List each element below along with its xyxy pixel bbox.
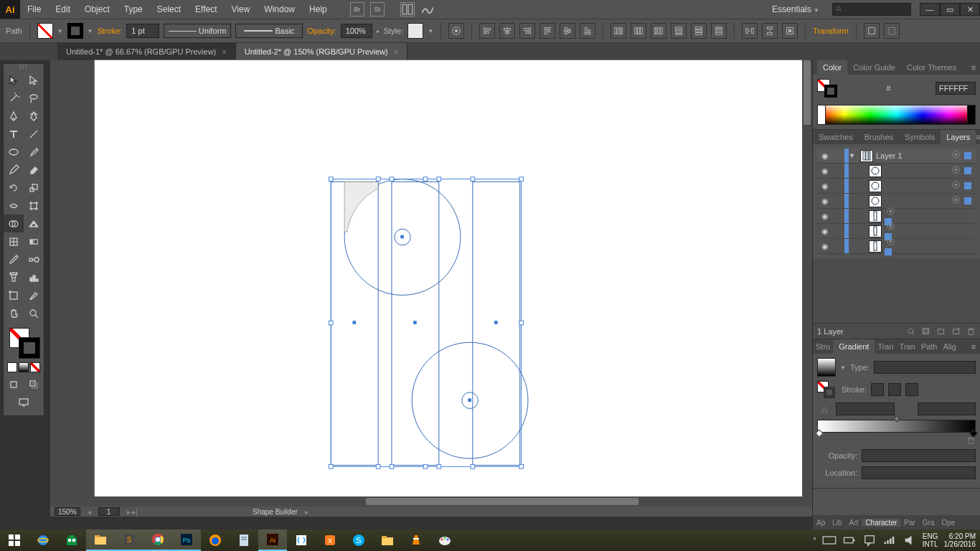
taskbar-paint[interactable] — [430, 529, 459, 551]
draw-behind-mode[interactable] — [24, 375, 44, 393]
target-icon[interactable] — [951, 195, 963, 207]
swatches-tab[interactable]: Swatches — [813, 130, 859, 144]
recolor-icon[interactable] — [448, 23, 464, 39]
delete-layer-icon[interactable] — [966, 326, 976, 336]
magic-wand-tool[interactable] — [4, 89, 24, 107]
document-tab-1[interactable]: Untitled-1* @ 66.67% (RGB/GPU Preview)× — [57, 43, 236, 60]
hex-field[interactable]: FFFFFF — [936, 82, 976, 95]
panel-grip[interactable] — [19, 64, 28, 70]
stroke-grad-mode3[interactable] — [905, 383, 918, 396]
taskbar-ie[interactable] — [29, 529, 57, 551]
action-center-icon[interactable] — [862, 533, 877, 547]
search-field[interactable] — [832, 3, 911, 16]
target-icon[interactable] — [886, 237, 897, 248]
target-icon[interactable] — [951, 150, 963, 161]
bridge-icon[interactable]: Br — [350, 2, 364, 17]
align-right-icon[interactable] — [519, 23, 535, 39]
layer-row[interactable]: ◉ — [817, 239, 976, 254]
taskbar-explorer[interactable] — [86, 529, 115, 551]
artboard-tool[interactable] — [4, 286, 24, 304]
pathfinder-tab[interactable]: Path — [918, 339, 941, 354]
color-tab[interactable]: Color — [817, 60, 847, 75]
taskbar-vlc[interactable] — [402, 529, 430, 551]
hand-tool[interactable] — [4, 304, 24, 322]
visibility-icon[interactable]: ◉ — [817, 212, 833, 221]
gradient-location-field[interactable] — [862, 466, 976, 479]
symbol-sprayer-tool[interactable] — [4, 268, 24, 286]
direct-selection-tool[interactable] — [24, 71, 44, 89]
width-tool[interactable] — [4, 197, 24, 215]
layer-row-parent[interactable]: ◉ ▼ Layer 1 — [817, 149, 976, 164]
color-themes-tab[interactable]: Color Themes — [901, 60, 962, 75]
gpu-icon[interactable] — [420, 2, 435, 17]
menu-file[interactable]: File — [20, 4, 48, 14]
paragraph-tab[interactable]: Par — [900, 519, 919, 527]
menu-window[interactable]: Window — [257, 4, 302, 14]
fill-stroke-control[interactable] — [4, 325, 44, 359]
zoom-tool[interactable] — [24, 304, 44, 322]
stock-icon[interactable]: St — [370, 2, 385, 17]
free-transform-tool[interactable] — [24, 197, 44, 215]
taskbar-xampp[interactable]: X — [316, 529, 344, 551]
selection-indicator[interactable] — [964, 167, 971, 174]
slice-tool[interactable] — [24, 286, 44, 304]
graphicstyles-tab[interactable]: Gra — [919, 519, 938, 527]
mesh-tool[interactable] — [4, 232, 24, 250]
new-sublayer-icon[interactable] — [936, 326, 946, 336]
gradient-mode-icon[interactable] — [19, 362, 29, 372]
selection-indicator[interactable] — [964, 182, 971, 189]
target-icon[interactable] — [951, 165, 963, 176]
stroke-grad-mode1[interactable] — [871, 383, 884, 396]
taskbar-notepad[interactable] — [230, 529, 258, 551]
none-mode-icon[interactable] — [30, 362, 40, 372]
type-tool[interactable] — [4, 125, 24, 143]
taskbar-chrome[interactable] — [143, 529, 172, 551]
visibility-icon[interactable]: ◉ — [817, 182, 833, 191]
layers-tab[interactable]: Layers — [941, 130, 976, 144]
color-spectrum[interactable] — [817, 105, 976, 125]
distribute-vspacing-icon[interactable] — [762, 23, 778, 39]
blend-tool[interactable] — [24, 250, 44, 268]
taskbar-explorer2[interactable] — [373, 529, 402, 551]
selection-indicator[interactable] — [964, 197, 971, 204]
eyedropper-tool[interactable] — [4, 250, 24, 268]
normal-draw-mode[interactable] — [4, 375, 24, 393]
locate-object-icon[interactable] — [906, 326, 915, 336]
vertical-scrollbar[interactable] — [802, 60, 812, 496]
target-icon[interactable] — [951, 180, 963, 192]
brush-dd[interactable]: Basic — [235, 24, 303, 38]
lasso-tool[interactable] — [24, 89, 44, 107]
panel-menu-icon[interactable]: ≡ — [967, 342, 980, 351]
character-tab[interactable]: Character — [862, 519, 900, 527]
edit-clip-icon[interactable] — [884, 23, 900, 39]
gradient-angle-field[interactable] — [836, 402, 895, 415]
pencil-tool[interactable] — [4, 161, 24, 179]
layer-row[interactable]: ◉ — [817, 164, 976, 179]
taskbar-brackets[interactable] — [287, 529, 316, 551]
selection-indicator[interactable] — [885, 248, 892, 255]
artboards-tab[interactable]: Art — [846, 519, 862, 527]
horizontal-scrollbar[interactable] — [50, 496, 802, 507]
screen-mode-icon[interactable] — [4, 393, 44, 411]
system-tray[interactable]: ˄ ENGINTL 6:20 PM1/26/2016 — [813, 532, 980, 548]
volume-icon[interactable] — [903, 533, 917, 547]
distribute-hcenter-icon[interactable] — [631, 23, 646, 39]
align-vcenter-icon[interactable] — [560, 23, 575, 39]
taskbar-store[interactable] — [57, 529, 86, 551]
align-hcenter-icon[interactable] — [499, 23, 515, 39]
pen-tool[interactable] — [4, 107, 24, 125]
delete-stop-icon[interactable] — [966, 435, 976, 445]
visibility-icon[interactable]: ◉ — [817, 197, 833, 206]
tray-chevron-icon[interactable]: ˄ — [813, 537, 816, 545]
document-tab-2[interactable]: Untitled-2* @ 150% (RGB/GPU Preview)× — [236, 43, 408, 60]
distribute-right-icon[interactable] — [651, 23, 666, 39]
opacity-label[interactable]: Opacity: — [307, 27, 336, 35]
menu-help[interactable]: Help — [302, 4, 334, 14]
opacity-field[interactable]: 100% — [341, 24, 372, 38]
network-icon[interactable] — [882, 533, 897, 547]
tray-time[interactable]: 6:20 PM — [949, 532, 976, 540]
stroke-weight-field[interactable]: 1 pt — [126, 24, 159, 38]
eraser-tool[interactable] — [24, 161, 44, 179]
color-mode-icon[interactable] — [7, 362, 17, 372]
gradient-opacity-field[interactable] — [862, 449, 976, 462]
